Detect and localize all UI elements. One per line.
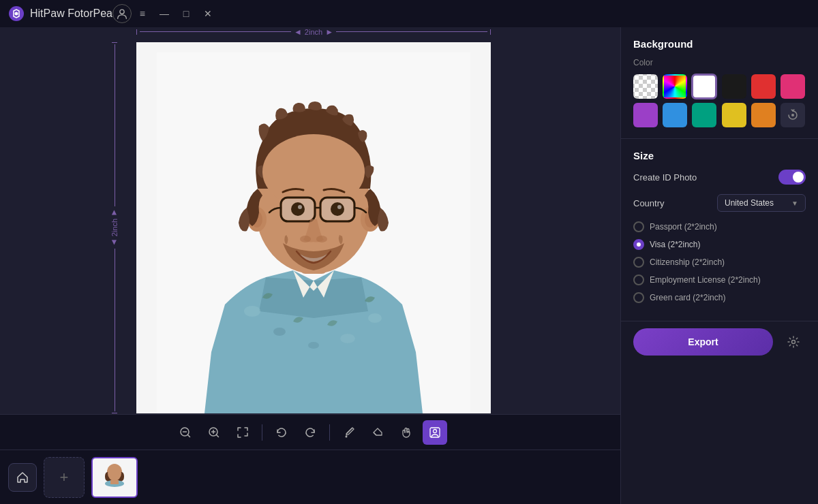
chevron-down-icon: ▼ — [791, 200, 798, 207]
color-swatch-purple[interactable] — [633, 103, 658, 127]
svg-point-35 — [108, 466, 121, 481]
color-swatch-black[interactable] — [722, 74, 746, 99]
person-illustration — [157, 52, 470, 413]
app-title: HitPaw FotorPea — [30, 7, 112, 20]
dim-line-v-top — [115, 44, 115, 206]
visa-option[interactable]: Visa (2*2inch) — [633, 239, 806, 250]
width-label: 2inch — [305, 28, 322, 36]
redo-button[interactable] — [298, 420, 322, 445]
toolbar — [0, 414, 620, 450]
color-swatch-rainbow[interactable] — [663, 74, 687, 99]
add-icon: + — [60, 469, 69, 486]
dim-cap-top — [112, 42, 117, 43]
color-label: Color — [633, 58, 806, 67]
employment-option[interactable]: Employment License (2*2inch) — [633, 274, 806, 285]
maximize-button[interactable]: □ — [181, 8, 192, 19]
greencard-radio[interactable] — [633, 292, 644, 303]
eraser-button[interactable] — [365, 420, 390, 445]
svg-point-37 — [792, 340, 796, 343]
svg-point-6 — [273, 328, 286, 336]
employment-radio[interactable] — [633, 274, 644, 285]
color-swatch-teal[interactable] — [692, 103, 716, 127]
size-section: Size Create ID Photo Country United Stat… — [621, 138, 818, 321]
svg-point-5 — [368, 313, 382, 323]
bottom-strip: + — [0, 450, 620, 504]
main-content: ◄ 2inch ► ◄ 2inch ► — [0, 27, 818, 504]
home-button[interactable] — [8, 463, 37, 492]
color-swatch-custom[interactable] — [781, 103, 805, 127]
thumbnail-item[interactable] — [91, 457, 138, 498]
undo-button[interactable] — [269, 420, 294, 445]
menu-button[interactable]: ≡ — [137, 8, 148, 19]
svg-point-4 — [244, 306, 260, 317]
brush-button[interactable] — [337, 420, 361, 445]
dim-line-h-left — [140, 31, 291, 32]
passport-option[interactable]: Passport (2*2inch) — [633, 221, 806, 232]
dimension-left: ◄ 2inch ► — [110, 42, 119, 413]
svg-point-28 — [346, 435, 348, 437]
id-photo-button[interactable] — [423, 420, 447, 445]
color-swatch-white[interactable] — [692, 74, 716, 99]
settings-button[interactable] — [781, 330, 806, 354]
profile-icon[interactable] — [112, 4, 132, 23]
zoom-out-button[interactable] — [173, 420, 198, 445]
photo-type-options: Passport (2*2inch) Visa (2*2inch) Citize… — [633, 221, 806, 303]
zoom-in-button[interactable] — [202, 420, 226, 445]
svg-point-20 — [291, 202, 305, 216]
add-image-button[interactable]: + — [44, 457, 85, 498]
dimension-top: ◄ 2inch ► — [136, 27, 491, 37]
id-photo-row: Create ID Photo — [633, 170, 806, 185]
id-photo-label: Create ID Photo — [633, 172, 697, 183]
svg-point-36 — [791, 114, 794, 116]
dim-cap-left — [136, 29, 137, 35]
dim-arrow-up: ◄ — [110, 208, 119, 217]
svg-point-22 — [298, 205, 302, 209]
passport-radio[interactable] — [633, 221, 644, 232]
greencard-option[interactable]: Green card (2*2inch) — [633, 292, 806, 303]
close-button[interactable]: ✕ — [202, 8, 213, 19]
svg-point-24 — [300, 236, 311, 242]
size-title: Size — [633, 150, 806, 161]
svg-point-30 — [434, 429, 437, 432]
fit-button[interactable] — [230, 420, 255, 445]
citizenship-radio[interactable] — [633, 257, 644, 268]
person-photo — [136, 42, 491, 413]
export-button[interactable]: Export — [633, 328, 773, 356]
visa-radio[interactable] — [633, 239, 644, 250]
dim-arrow-left: ◄ — [294, 27, 302, 37]
dim-line-v-bottom — [115, 249, 115, 411]
app-logo — [8, 5, 25, 22]
color-swatch-red[interactable] — [751, 74, 776, 99]
photo-canvas — [136, 42, 491, 413]
dim-cap-right — [490, 29, 491, 35]
background-section: Background Color — [621, 27, 818, 138]
minimize-button[interactable]: — — [159, 8, 170, 19]
color-swatch-yellow[interactable] — [722, 103, 746, 127]
canvas-area: ◄ 2inch ► ◄ 2inch ► — [0, 27, 620, 504]
citizenship-option[interactable]: Citizenship (2*2inch) — [633, 257, 806, 268]
dim-line-h-right — [336, 31, 487, 32]
svg-point-25 — [316, 236, 327, 242]
color-grid — [633, 74, 806, 127]
svg-point-21 — [331, 202, 344, 216]
divider-2 — [329, 424, 330, 441]
dim-arrow-down: ► — [110, 238, 119, 247]
canvas-container: ◄ 2inch ► ◄ 2inch ► — [136, 42, 491, 413]
right-panel: Background Color — [620, 27, 818, 504]
color-swatch-transparent[interactable] — [633, 74, 658, 99]
titlebar: HitPaw FotorPea ≡ — □ ✕ — [0, 0, 818, 27]
color-swatch-orange[interactable] — [751, 103, 776, 127]
color-swatch-blue[interactable] — [663, 103, 687, 127]
id-photo-toggle[interactable] — [778, 170, 806, 185]
visa-label: Visa (2*2inch) — [650, 240, 700, 249]
country-row: Country United States ▼ — [633, 194, 806, 212]
country-label: Country — [633, 198, 665, 208]
citizenship-label: Citizenship (2*2inch) — [650, 257, 725, 267]
hand-button[interactable] — [394, 420, 419, 445]
country-dropdown[interactable]: United States ▼ — [717, 194, 806, 212]
height-label: 2inch — [110, 219, 119, 236]
color-swatch-pink[interactable] — [781, 74, 805, 99]
country-value: United States — [725, 198, 774, 208]
canvas-wrapper: ◄ 2inch ► ◄ 2inch ► — [0, 27, 620, 414]
passport-label: Passport (2*2inch) — [650, 222, 717, 232]
